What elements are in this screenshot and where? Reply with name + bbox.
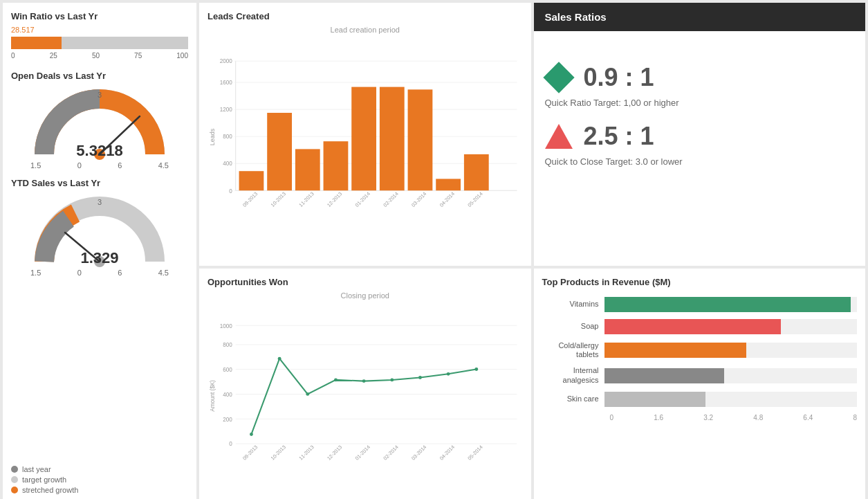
svg-rect-37 bbox=[436, 179, 461, 190]
opp-won-subtitle: Closing period bbox=[207, 291, 523, 300]
win-ratio-value: 28.517 bbox=[11, 26, 188, 34]
product-fill-internal bbox=[604, 368, 725, 383]
svg-text:02-2014: 02-2014 bbox=[382, 190, 399, 208]
svg-text:12-2013: 12-2013 bbox=[326, 444, 343, 461]
svg-text:1000: 1000 bbox=[220, 323, 233, 329]
legend-label-target: target growth bbox=[22, 475, 66, 484]
svg-text:01-2014: 01-2014 bbox=[354, 190, 371, 208]
product-label-cold: Cold/allergytablets bbox=[542, 341, 604, 359]
svg-text:05-2014: 05-2014 bbox=[466, 190, 483, 208]
legend-item-target: target growth bbox=[11, 475, 188, 484]
open-deals-value: 5.3218 bbox=[76, 142, 122, 160]
svg-text:10-2013: 10-2013 bbox=[270, 444, 287, 461]
product-fill-skincare bbox=[604, 392, 705, 407]
product-row-vitamins: Vitamins bbox=[542, 297, 858, 312]
triangle-icon bbox=[545, 124, 573, 149]
legend-label-last-year: last year bbox=[22, 465, 51, 473]
svg-text:400: 400 bbox=[223, 392, 232, 398]
ytd-sales-value: 1.329 bbox=[80, 249, 118, 267]
svg-text:Amount ($K): Amount ($K) bbox=[210, 380, 216, 412]
win-ratio-ticks: 0 25 50 75 100 bbox=[11, 52, 188, 60]
product-row-soap: Soap bbox=[542, 319, 858, 334]
svg-point-59 bbox=[390, 378, 394, 381]
svg-rect-29 bbox=[324, 141, 349, 190]
svg-point-58 bbox=[362, 379, 366, 383]
legend-dot-target bbox=[11, 476, 18, 483]
opp-won-title: Opportunities Won bbox=[207, 277, 523, 287]
svg-rect-23 bbox=[239, 171, 264, 190]
legend-label-stretched: stretched growth bbox=[22, 486, 78, 494]
leads-chart: Leads 0 400 800 1200 1600 2000 09-2013 1… bbox=[207, 37, 523, 237]
svg-text:02-2014: 02-2014 bbox=[382, 444, 399, 461]
open-deals-title: Open Deals vs Last Yr bbox=[11, 71, 188, 81]
svg-text:0: 0 bbox=[229, 188, 232, 194]
svg-rect-33 bbox=[380, 87, 405, 191]
svg-text:1200: 1200 bbox=[220, 107, 233, 113]
quick-ratio-row: 0.9 : 1 Quick Ratio Target: 1,00 or high… bbox=[545, 63, 855, 108]
opp-chart: Amount ($K) 0 200 400 600 800 1000 bbox=[207, 302, 523, 489]
dashboard: Win Ratio vs Last Yr 28.517 0 25 50 75 1… bbox=[0, 0, 868, 499]
open-deals-label-max: 6 bbox=[118, 161, 122, 170]
win-ratio-bar bbox=[11, 37, 188, 49]
sales-ratios-panel: Sales Ratios 0.9 : 1 Quick Ratio Target:… bbox=[534, 3, 866, 266]
svg-text:0: 0 bbox=[229, 441, 232, 447]
product-label-vitamins: Vitamins bbox=[542, 300, 604, 309]
ytd-sales-labels: 1.5 0 6 4.5 bbox=[30, 269, 169, 277]
leads-created-panel: Leads Created Lead creation period Leads… bbox=[199, 3, 531, 266]
svg-text:Leads: Leads bbox=[209, 128, 216, 145]
top-products-title: Top Products in Revenue ($M) bbox=[542, 277, 858, 287]
product-fill-soap bbox=[604, 319, 782, 334]
svg-point-57 bbox=[334, 378, 338, 381]
quick-ratio-desc: Quick Ratio Target: 1,00 or higher bbox=[545, 98, 855, 108]
svg-point-55 bbox=[278, 357, 281, 361]
svg-point-60 bbox=[418, 376, 422, 379]
svg-rect-35 bbox=[408, 89, 433, 190]
svg-text:01-2014: 01-2014 bbox=[354, 444, 371, 461]
win-ratio-bar-fill bbox=[11, 37, 62, 49]
legend-dot-stretched bbox=[11, 487, 18, 493]
svg-text:03-2014: 03-2014 bbox=[410, 444, 427, 461]
close-ratio-value: 2.5 : 1 bbox=[584, 122, 654, 151]
svg-text:11-2013: 11-2013 bbox=[297, 190, 315, 208]
legend: last year target growth stretched growth bbox=[11, 460, 188, 496]
close-ratio-row: 2.5 : 1 Quick to Close Target: 3.0 or lo… bbox=[545, 122, 855, 167]
svg-text:12-2013: 12-2013 bbox=[326, 190, 343, 208]
ytd-sales-title: YTD Sales vs Last Yr bbox=[11, 178, 188, 188]
svg-text:400: 400 bbox=[223, 161, 232, 167]
svg-text:11-2013: 11-2013 bbox=[297, 444, 315, 461]
close-ratio-desc: Quick to Close Target: 3.0 or lower bbox=[545, 156, 855, 167]
quick-ratio-icon bbox=[545, 64, 573, 91]
svg-text:800: 800 bbox=[223, 134, 232, 140]
win-ratio-title: Win Ratio vs Last Yr bbox=[11, 11, 188, 21]
svg-rect-25 bbox=[267, 113, 292, 190]
legend-item-stretched: stretched growth bbox=[11, 486, 188, 494]
product-fill-cold bbox=[604, 343, 747, 358]
svg-text:09-2013: 09-2013 bbox=[241, 190, 259, 208]
product-label-soap: Soap bbox=[542, 322, 604, 331]
open-deals-label-left: 1.5 bbox=[30, 161, 41, 170]
product-fill-vitamins bbox=[604, 297, 851, 312]
open-deals-label-right: 4.5 bbox=[158, 161, 169, 170]
product-track-vitamins bbox=[604, 297, 858, 312]
svg-text:800: 800 bbox=[223, 342, 232, 348]
svg-text:1600: 1600 bbox=[220, 80, 233, 86]
ytd-sales-section: YTD Sales vs Last Yr 3 bbox=[11, 178, 188, 277]
leads-created-title: Leads Created bbox=[207, 11, 523, 21]
leads-created-subtitle: Lead creation period bbox=[207, 26, 523, 34]
svg-point-54 bbox=[250, 433, 253, 436]
products-x-axis: 0 1.6 3.2 4.8 6.4 8 bbox=[610, 414, 858, 421]
product-track-internal bbox=[604, 368, 858, 383]
ytd-sales-label-right: 4.5 bbox=[158, 269, 169, 277]
open-deals-gauge: 3 5.3218 bbox=[30, 85, 169, 161]
left-column: Win Ratio vs Last Yr 28.517 0 25 50 75 1… bbox=[3, 3, 196, 499]
legend-dot-last-year bbox=[11, 466, 18, 473]
svg-text:3: 3 bbox=[98, 91, 102, 99]
svg-rect-39 bbox=[464, 154, 489, 190]
svg-text:3: 3 bbox=[98, 198, 102, 206]
product-track-soap bbox=[604, 319, 858, 334]
diamond-icon bbox=[543, 62, 574, 93]
svg-text:09-2013: 09-2013 bbox=[241, 444, 259, 461]
svg-text:04-2014: 04-2014 bbox=[438, 444, 456, 461]
svg-rect-27 bbox=[295, 149, 320, 190]
ytd-sales-label-left: 1.5 bbox=[30, 269, 41, 277]
